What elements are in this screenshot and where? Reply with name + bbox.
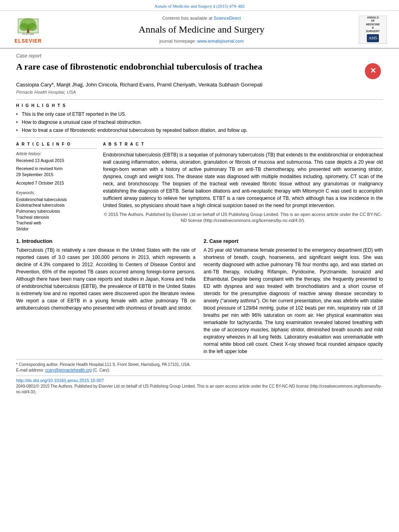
elsevier-tree-icon: 🌿 ELSEVIER bbox=[16, 15, 40, 37]
ams-icon: AMS bbox=[367, 34, 379, 42]
keyword-6: Stridor bbox=[16, 226, 97, 232]
ams-logo: ANNALSOFMEDICINE&SURGERY AMS bbox=[359, 16, 387, 44]
svg-text:AMS: AMS bbox=[368, 36, 377, 40]
history-label: Article history: bbox=[16, 151, 97, 157]
email-note: (C. Cary). bbox=[93, 368, 110, 372]
title-row: A rare case of fibrostenotic endobronchi… bbox=[16, 61, 383, 81]
keywords-label: Keywords: bbox=[16, 190, 97, 196]
homepage-text: journal homepage: bbox=[159, 39, 196, 43]
elsevier-label: ELSEVIER bbox=[14, 38, 41, 45]
footnotes: * Corresponding author. Pinnacle Health … bbox=[16, 359, 383, 373]
highlights-list: This is the only case of ETBT reported i… bbox=[16, 111, 383, 134]
email-link[interactable]: ccary@pinnaclehealth.org bbox=[45, 368, 92, 372]
top-bar: Annals of Medicine and Surgery 4 (2015) … bbox=[0, 0, 399, 11]
elsevier-logo: 🌿 ELSEVIER ELSEVIER bbox=[12, 15, 44, 45]
crossmark[interactable]: ✕ bbox=[363, 61, 383, 81]
divider-1 bbox=[16, 99, 383, 100]
keyword-3: Pulmonary tuberculosis bbox=[16, 208, 97, 214]
case-report-text: A 20 year old Vietnamese female presente… bbox=[204, 246, 383, 355]
keyword-4: Tracheal stenosis bbox=[16, 214, 97, 220]
highlight-item-2: How to diagnose a unusual case of trache… bbox=[16, 119, 383, 126]
article-title: A rare case of fibrostenotic endobronchi… bbox=[16, 61, 328, 73]
introduction-heading: 1. Introduction bbox=[16, 238, 195, 245]
doi-link[interactable]: http://dx.doi.org/10.1016/j.amsu.2015.10… bbox=[16, 378, 104, 383]
journal-homepage: journal homepage: www.annalsjournal.com bbox=[44, 38, 359, 44]
case-report-heading: 2. Case report bbox=[204, 238, 383, 245]
crossmark-icon: ✕ bbox=[365, 63, 381, 79]
keyword-2: Endotracheal tuberculosis bbox=[16, 202, 97, 208]
sciencedirect-link[interactable]: ScienceDirect bbox=[214, 16, 241, 21]
abstract-heading: A B S T R A C T bbox=[103, 142, 383, 149]
accepted-value: Accepted 7 October 2015 bbox=[16, 180, 97, 186]
highlight-item-1: This is the only case of ETBT reported i… bbox=[16, 111, 383, 118]
introduction-text: Tuberculosis (TB) is relatively a rare d… bbox=[16, 246, 195, 312]
authors-text: Cassiopia Cary*, Manjit Jhajj, John Cini… bbox=[16, 82, 263, 88]
email-line: E-mail address: ccary@pinnaclehealth.org… bbox=[16, 368, 383, 373]
journal-header: 🌿 ELSEVIER ELSEVIER Contents lists avail… bbox=[0, 11, 399, 49]
highlight-item-3: How to treat a case of fibrostenotic end… bbox=[16, 127, 383, 134]
revised-value: Received in revised form 29 September 20… bbox=[16, 166, 97, 177]
introduction-col: 1. Introduction Tuberculosis (TB) is rel… bbox=[16, 238, 195, 355]
highlights-section: H I G H L I G H T S This is the only cas… bbox=[16, 103, 383, 134]
received-value: Received 13 August 2015 bbox=[16, 158, 97, 164]
highlights-heading: H I G H L I G H T S bbox=[16, 103, 383, 109]
abstract-copyright: © 2015 The Authors. Published by Elsevie… bbox=[103, 212, 383, 224]
corresponding-author: * Corresponding author. Pinnacle Health … bbox=[16, 362, 383, 368]
body-columns: 1. Introduction Tuberculosis (TB) is rel… bbox=[16, 238, 383, 355]
keyword-1: Endobronchial tuberculosis bbox=[16, 197, 97, 203]
journal-ref-link[interactable]: Annals of Medicine and Surgery 4 (2015) … bbox=[154, 4, 245, 8]
email-label: E-mail address: bbox=[16, 368, 44, 372]
authors: Cassiopia Cary*, Manjit Jhajj, John Cini… bbox=[16, 81, 383, 88]
article-info-heading: A R T I C L E I N F O bbox=[16, 142, 97, 149]
article-type-label: Case report bbox=[16, 53, 383, 60]
main-content: Case report A rare case of fibrostenotic… bbox=[0, 49, 399, 399]
keyword-5: Tracheal web bbox=[16, 220, 97, 226]
page: Annals of Medicine and Surgery 4 (2015) … bbox=[0, 0, 399, 532]
case-report-col: 2. Case report A 20 year old Vietnamese … bbox=[204, 238, 383, 355]
affiliation: Pinnacle Health Hospital, USA bbox=[16, 89, 383, 95]
abstract-text: Endobronchial tuberculosis (EBTB) is a s… bbox=[103, 151, 383, 209]
corresponding-text: * Corresponding author. Pinnacle Health … bbox=[16, 362, 191, 367]
issn-line: 2049-0801/© 2015 The Authors. Published … bbox=[16, 384, 383, 395]
journal-center: Contents lists available at ScienceDirec… bbox=[44, 15, 359, 44]
article-info-col: A R T I C L E I N F O Article history: R… bbox=[16, 142, 97, 232]
homepage-url[interactable]: www.annalsjournal.com bbox=[197, 39, 244, 43]
divider-2 bbox=[16, 137, 383, 138]
contents-text: Contents lists available at bbox=[162, 16, 212, 21]
contents-line: Contents lists available at ScienceDirec… bbox=[44, 15, 359, 21]
journal-title: Annals of Medicine and Surgery bbox=[44, 23, 359, 37]
svg-text:ELSEVIER: ELSEVIER bbox=[23, 33, 34, 35]
copyright-text: © 2015 The Authors. Published by Elsevie… bbox=[104, 212, 382, 223]
info-abstract-columns: A R T I C L E I N F O Article history: R… bbox=[16, 142, 383, 232]
abstract-col: A B S T R A C T Endobronchial tuberculos… bbox=[103, 142, 383, 232]
svg-rect-5 bbox=[27, 29, 29, 33]
bottom-bar: http://dx.doi.org/10.1016/j.amsu.2015.10… bbox=[16, 376, 383, 395]
